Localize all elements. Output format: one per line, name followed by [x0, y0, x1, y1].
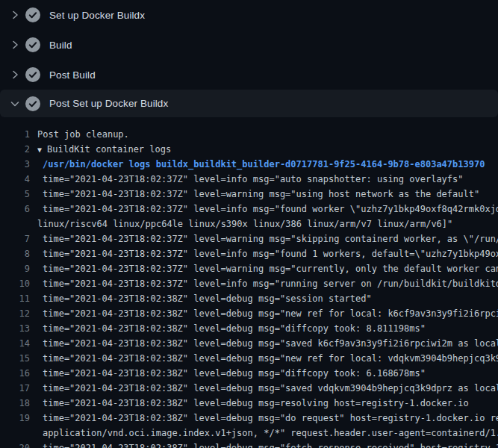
log-line: 20 ▼time="2021-04-23T18:02:38Z" level=de…	[0, 441, 498, 448]
check-circle-icon	[25, 96, 40, 111]
log-line-text: ▼time="2021-04-23T18:02:37Z" level=info …	[43, 172, 498, 187]
log-line-text: ▼time="2021-04-23T18:02:38Z" level=debug…	[43, 396, 498, 411]
log-line-text-content: time="2021-04-23T18:02:38Z" level=debug …	[43, 323, 426, 334]
log-line-number[interactable]: 16	[0, 366, 30, 381]
log-line-text-content: time="2021-04-23T18:02:38Z" level=debug …	[43, 308, 498, 319]
log-line-text-content: time="2021-04-23T18:02:37Z" level=warnin…	[43, 189, 479, 199]
log-line-text-content: time="2021-04-23T18:02:38Z" level=debug …	[43, 293, 372, 304]
log-line: 13 ▼time="2021-04-23T18:02:38Z" level=de…	[0, 321, 498, 336]
log-line-number[interactable]: 11	[0, 291, 30, 306]
steps-list: Set up Docker Buildx Build Post Build Po…	[0, 0, 498, 117]
log-line: 8 ▼time="2021-04-23T18:02:37Z" level=inf…	[0, 246, 498, 261]
log-line-text: ▼time="2021-04-23T18:02:38Z" level=debug…	[43, 381, 498, 396]
step-header-post-build[interactable]: Post Build	[0, 60, 498, 90]
log-line: 7 ▼time="2021-04-23T18:02:37Z" level=war…	[0, 231, 498, 246]
log-group-toggle-icon[interactable]: ▼	[37, 146, 42, 154]
log-line-text-content: Post job cleanup.	[37, 129, 129, 140]
log-line: 3 ▼/usr/bin/docker logs buildx_buildkit_…	[0, 157, 498, 172]
log-line-text: ▼linux/riscv64 linux/ppc64le linux/s390x…	[37, 217, 498, 231]
log-line: 15 ▼time="2021-04-23T18:02:38Z" level=de…	[0, 351, 498, 366]
step-header-set-up-docker-buildx[interactable]: Set up Docker Buildx	[0, 0, 498, 30]
log-line: 4 ▼time="2021-04-23T18:02:37Z" level=inf…	[0, 172, 498, 187]
log-line-text-content: time="2021-04-23T18:02:37Z" level=warnin…	[43, 264, 498, 274]
log-line-number[interactable]: 1	[0, 127, 30, 142]
log-line: 2 ▼BuildKit container logs	[0, 142, 498, 157]
chevron-right-icon[interactable]	[9, 9, 21, 21]
log-line-text: ▼time="2021-04-23T18:02:38Z" level=debug…	[43, 351, 498, 366]
log-line-text-content: time="2021-04-23T18:02:38Z" level=debug …	[43, 338, 498, 349]
log-line-number[interactable]: 17	[0, 381, 30, 396]
log-line-text: ▼time="2021-04-23T18:02:38Z" level=debug…	[43, 366, 498, 381]
log-line-number[interactable]: 8	[0, 246, 30, 261]
log-line-text-content: time="2021-04-23T18:02:38Z" level=debug …	[43, 413, 498, 423]
log-line-text-content: linux/riscv64 linux/ppc64le linux/s390x …	[37, 219, 452, 229]
chevron-right-icon[interactable]	[9, 39, 21, 51]
log-line-text-content: time="2021-04-23T18:02:38Z" level=debug …	[43, 398, 469, 408]
log-line-text: ▼time="2021-04-23T18:02:37Z" level=warni…	[43, 187, 498, 202]
log-line: 9 ▼time="2021-04-23T18:02:37Z" level=war…	[0, 261, 498, 276]
log-line-text-content: time="2021-04-23T18:02:38Z" level=debug …	[43, 443, 498, 448]
log-line-number[interactable]: 18	[0, 396, 30, 411]
log-line-text: ▼time="2021-04-23T18:02:38Z" level=debug…	[43, 306, 498, 321]
log-line-number[interactable]: 6	[0, 202, 30, 217]
log-line-text: ▼Post job cleanup.	[37, 127, 498, 142]
log-line-number[interactable]: 9	[0, 261, 30, 276]
log-line-text-content: BuildKit container logs	[47, 144, 171, 155]
log-line-number[interactable]: 15	[0, 351, 30, 366]
log-line: 14 ▼time="2021-04-23T18:02:38Z" level=de…	[0, 336, 498, 351]
log-line: 1 ▼Post job cleanup.	[0, 127, 498, 142]
log-line-text: ▼time="2021-04-23T18:02:38Z" level=debug…	[43, 336, 498, 351]
step-header-build[interactable]: Build	[0, 30, 498, 60]
log-line-text: ▼time="2021-04-23T18:02:38Z" level=debug…	[43, 411, 498, 426]
log-line-number[interactable]: 20	[0, 441, 30, 448]
log-line-number[interactable]: 7	[0, 231, 30, 246]
log-line-text: ▼BuildKit container logs	[37, 142, 498, 158]
step-label: Post Build	[49, 69, 96, 81]
log-lines: 1 ▼Post job cleanup. 2 ▼BuildKit contain…	[0, 117, 498, 448]
log-line-number[interactable]: 14	[0, 336, 30, 351]
check-circle-icon	[25, 67, 40, 82]
log-line-text-content: time="2021-04-23T18:02:37Z" level=warnin…	[43, 234, 498, 244]
log-line: 19 ▼time="2021-04-23T18:02:38Z" level=de…	[0, 411, 498, 426]
log-line: 11 ▼time="2021-04-23T18:02:38Z" level=de…	[0, 291, 498, 306]
log-line-text: ▼time="2021-04-23T18:02:37Z" level=info …	[43, 202, 498, 217]
log-line-text: ▼time="2021-04-23T18:02:37Z" level=info …	[43, 276, 498, 291]
log-line-text: ▼time="2021-04-23T18:02:37Z" level=warni…	[43, 261, 498, 276]
log-line-text: ▼/usr/bin/docker logs buildx_buildkit_bu…	[43, 157, 498, 172]
log-line-number[interactable]: 4	[0, 172, 30, 187]
log-line-text-content: application/vnd.oci.image.index.v1+json,…	[43, 428, 498, 438]
check-circle-icon	[25, 7, 40, 22]
log-line: 17 ▼time="2021-04-23T18:02:38Z" level=de…	[0, 381, 498, 396]
log-line: 10 ▼time="2021-04-23T18:02:37Z" level=in…	[0, 276, 498, 291]
log-line: ▼application/vnd.oci.image.index.v1+json…	[0, 426, 498, 441]
log-line-number[interactable]: 2	[0, 142, 30, 157]
step-header-post-set-up-docker-buildx[interactable]: Post Set up Docker Buildx	[0, 90, 498, 117]
log-line-number[interactable]: 3	[0, 157, 30, 172]
log-line-text-content: time="2021-04-23T18:02:37Z" level=info m…	[43, 174, 464, 184]
log-line-text: ▼time="2021-04-23T18:02:38Z" level=debug…	[43, 441, 498, 448]
chevron-down-icon[interactable]	[9, 98, 21, 110]
log-line-text-content: time="2021-04-23T18:02:38Z" level=debug …	[43, 368, 426, 379]
step-label: Set up Docker Buildx	[49, 10, 145, 21]
log-line-number[interactable]: 19	[0, 411, 30, 426]
step-label: Post Set up Docker Buildx	[49, 98, 168, 109]
log-line-text-content: time="2021-04-23T18:02:37Z" level=info m…	[43, 279, 498, 289]
log-line: 18 ▼time="2021-04-23T18:02:38Z" level=de…	[0, 396, 498, 411]
check-circle-icon	[25, 37, 40, 52]
log-line-text: ▼time="2021-04-23T18:02:37Z" level=warni…	[43, 231, 498, 246]
log-line: 6 ▼time="2021-04-23T18:02:37Z" level=inf…	[0, 202, 498, 217]
log-line-number[interactable]: 5	[0, 187, 30, 202]
log-line-text: ▼time="2021-04-23T18:02:38Z" level=debug…	[43, 321, 498, 336]
chevron-right-icon[interactable]	[9, 69, 21, 81]
log-line-number[interactable]: 13	[0, 321, 30, 336]
log-line-text: ▼time="2021-04-23T18:02:38Z" level=debug…	[43, 291, 498, 306]
log-line-text-content: time="2021-04-23T18:02:37Z" level=info m…	[43, 204, 498, 214]
log-line-text-content: /usr/bin/docker logs buildx_buildkit_bui…	[43, 159, 485, 169]
log-line: 12 ▼time="2021-04-23T18:02:38Z" level=de…	[0, 306, 498, 321]
log-line: 16 ▼time="2021-04-23T18:02:38Z" level=de…	[0, 366, 498, 381]
log-line-text: ▼time="2021-04-23T18:02:37Z" level=info …	[43, 246, 498, 261]
log-line-number[interactable]: 10	[0, 276, 30, 291]
log-line-number[interactable]: 12	[0, 306, 30, 321]
log-line-text-content: time="2021-04-23T18:02:38Z" level=debug …	[43, 383, 498, 393]
log-line-text-content: time="2021-04-23T18:02:38Z" level=debug …	[43, 353, 498, 364]
